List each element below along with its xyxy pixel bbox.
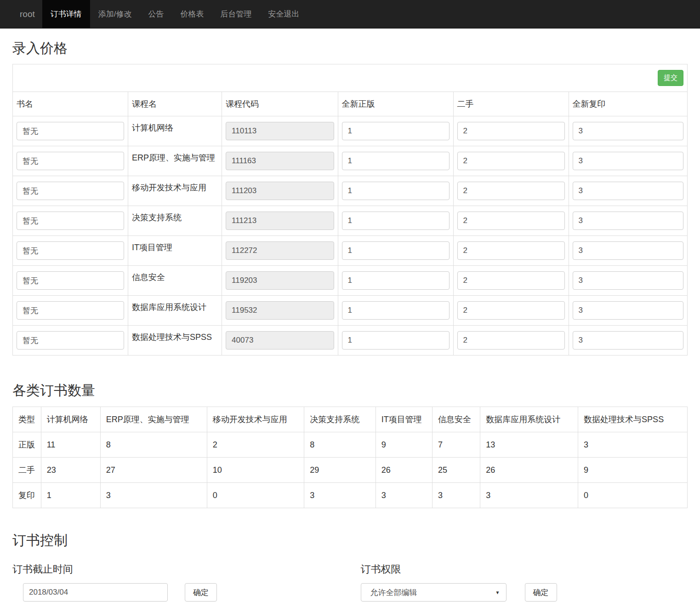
qty-type: 二手	[13, 458, 41, 483]
qty-value: 3	[304, 483, 376, 508]
navbar-brand[interactable]: root	[12, 0, 42, 28]
col-header-second-hand: 二手	[453, 92, 569, 116]
qty-value: 3	[480, 483, 578, 508]
qty-value: 29	[304, 458, 376, 483]
deadline-block: 订书截止时间 确定	[12, 550, 350, 602]
quantity-row-genuine: 正版 11 8 2 8 9 7 13 3	[13, 432, 688, 458]
new-genuine-price-input[interactable]	[342, 331, 450, 350]
qty-value: 8	[100, 432, 207, 458]
second-hand-price-input[interactable]	[457, 212, 565, 230]
new-genuine-price-input[interactable]	[342, 212, 450, 230]
second-hand-price-input[interactable]	[457, 122, 565, 140]
second-hand-price-input[interactable]	[457, 331, 565, 350]
course-name: 计算机网络	[128, 116, 222, 146]
new-copy-price-input[interactable]	[573, 301, 683, 320]
price-row: 数据处理技术与SPSS	[13, 326, 688, 355]
nav-item-add-modify[interactable]: 添加/修改	[90, 0, 140, 28]
price-row: ERP原理、实施与管理	[13, 146, 688, 176]
course-code-input	[226, 122, 334, 140]
course-code-input	[226, 301, 334, 320]
new-genuine-price-input[interactable]	[342, 301, 450, 320]
book-name-input[interactable]	[17, 241, 124, 260]
quantity-table-header-row: 类型 计算机网络 ERP原理、实施与管理 移动开发技术与应用 决策支持系统 IT…	[13, 407, 688, 432]
qty-value: 7	[433, 432, 480, 458]
deadline-input[interactable]	[23, 583, 168, 602]
qty-value: 26	[376, 458, 432, 483]
second-hand-price-input[interactable]	[457, 301, 565, 320]
qty-value: 8	[304, 432, 376, 458]
qty-value: 25	[433, 458, 480, 483]
new-copy-price-input[interactable]	[573, 182, 683, 200]
qty-value: 3	[578, 432, 688, 458]
price-row: 计算机网络	[13, 116, 688, 146]
new-genuine-price-input[interactable]	[342, 182, 450, 200]
submit-button[interactable]: 提交	[658, 70, 683, 86]
book-name-input[interactable]	[17, 152, 124, 170]
course-name: 信息安全	[128, 266, 222, 296]
second-hand-price-input[interactable]	[457, 152, 565, 170]
price-row: 信息安全	[13, 266, 688, 296]
course-name: 数据处理技术与SPSS	[128, 326, 222, 355]
qty-col-course: 计算机网络	[41, 407, 100, 432]
col-header-course-code: 课程代码	[222, 92, 338, 116]
qty-value: 3	[100, 483, 207, 508]
book-name-input[interactable]	[17, 122, 124, 140]
course-code-input	[226, 152, 334, 170]
price-table-header-row: 书名 课程名 课程代码 全新正版 二手 全新复印	[13, 92, 688, 116]
qty-value: 3	[433, 483, 480, 508]
new-copy-price-input[interactable]	[573, 122, 683, 140]
col-header-course-name: 课程名	[128, 92, 222, 116]
new-genuine-price-input[interactable]	[342, 271, 450, 290]
price-row: 决策支持系统	[13, 206, 688, 236]
toolbar-cell: 提交	[13, 64, 688, 92]
new-copy-price-input[interactable]	[573, 271, 683, 290]
price-row: IT项目管理	[13, 236, 688, 266]
deadline-confirm-button[interactable]: 确定	[185, 583, 217, 602]
book-name-input[interactable]	[17, 212, 124, 230]
main-content: 录入价格 提交 书名 课程名 课程代码 全新正版 二手 全新复印 计算机网络	[0, 39, 700, 602]
qty-col-type: 类型	[13, 407, 41, 432]
new-genuine-price-input[interactable]	[342, 122, 450, 140]
qty-col-course: 移动开发技术与应用	[207, 407, 304, 432]
permission-label: 订书权限	[361, 562, 688, 576]
new-genuine-price-input[interactable]	[342, 152, 450, 170]
quantity-row-copy: 复印 1 3 0 3 3 3 3 0	[13, 483, 688, 508]
book-name-input[interactable]	[17, 331, 124, 350]
second-hand-price-input[interactable]	[457, 241, 565, 260]
second-hand-price-input[interactable]	[457, 271, 565, 290]
book-name-input[interactable]	[17, 182, 124, 200]
nav-item-price-list[interactable]: 价格表	[172, 0, 212, 28]
qty-value: 10	[207, 458, 304, 483]
qty-col-course: IT项目管理	[376, 407, 432, 432]
qty-col-course: 数据处理技术与SPSS	[578, 407, 688, 432]
course-name: IT项目管理	[128, 236, 222, 266]
col-header-new-genuine: 全新正版	[338, 92, 453, 116]
quantity-table: 类型 计算机网络 ERP原理、实施与管理 移动开发技术与应用 决策支持系统 IT…	[12, 407, 688, 508]
price-table: 提交 书名 课程名 课程代码 全新正版 二手 全新复印 计算机网络 ERP原理、…	[12, 64, 688, 355]
new-copy-price-input[interactable]	[573, 241, 683, 260]
course-code-input	[226, 241, 334, 260]
book-name-input[interactable]	[17, 301, 124, 320]
qty-value: 11	[41, 432, 100, 458]
new-copy-price-input[interactable]	[573, 212, 683, 230]
course-code-input	[226, 182, 334, 200]
nav-item-admin[interactable]: 后台管理	[212, 0, 260, 28]
nav-item-order-details[interactable]: 订书详情	[42, 0, 90, 28]
permission-confirm-button[interactable]: 确定	[525, 583, 557, 602]
col-header-new-copy: 全新复印	[569, 92, 687, 116]
new-genuine-price-input[interactable]	[342, 241, 450, 260]
deadline-label: 订书截止时间	[12, 562, 350, 576]
new-copy-price-input[interactable]	[573, 152, 683, 170]
permission-select[interactable]: 允许全部编辑	[361, 583, 507, 602]
permission-block: 订书权限 允许全部编辑 确定	[350, 550, 688, 602]
book-name-input[interactable]	[17, 271, 124, 290]
control-section-title: 订书控制	[12, 531, 688, 550]
qty-value: 0	[207, 483, 304, 508]
nav-item-announcement[interactable]: 公告	[140, 0, 172, 28]
new-copy-price-input[interactable]	[573, 331, 683, 350]
second-hand-price-input[interactable]	[457, 182, 565, 200]
course-code-input	[226, 271, 334, 290]
nav-item-logout[interactable]: 安全退出	[260, 0, 307, 28]
qty-col-course: 决策支持系统	[304, 407, 376, 432]
qty-value: 9	[578, 458, 688, 483]
